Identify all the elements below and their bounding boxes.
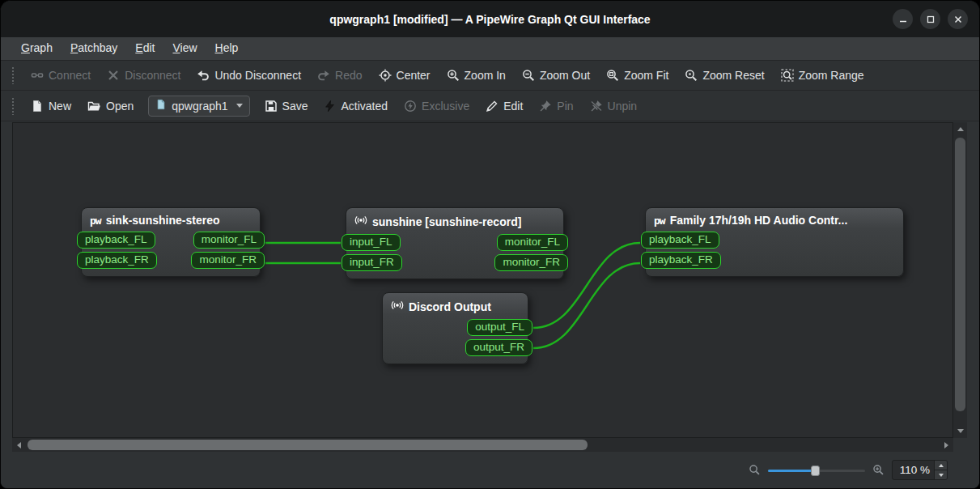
- port-output-FL[interactable]: output_FL: [467, 319, 532, 336]
- activated-button[interactable]: Activated: [316, 96, 396, 116]
- zoom-spin-down-button[interactable]: [935, 470, 947, 479]
- statusbar: 110 %: [1, 452, 979, 488]
- disconnect-icon: [107, 69, 120, 82]
- zoom-range-button[interactable]: Zoom Range: [773, 66, 872, 85]
- undo-icon: [197, 69, 210, 82]
- zoom-slider-handle[interactable]: [811, 466, 820, 476]
- node-title: Discord Output: [409, 300, 491, 313]
- horizontal-scrollbar[interactable]: [12, 438, 953, 452]
- graph-canvas[interactable]: pw sink-sunshine-stereo playback_FL play…: [12, 122, 953, 438]
- maximize-button[interactable]: [920, 9, 940, 29]
- zoom-in-small-icon[interactable]: [872, 464, 885, 476]
- node-sunshine-record[interactable]: sunshine [sunshine-record] input_FL inpu…: [346, 207, 564, 279]
- port-playback-FL[interactable]: playback_FL: [77, 232, 155, 249]
- zoom-value[interactable]: 110 %: [893, 461, 934, 479]
- menu-graph[interactable]: Graph: [12, 37, 62, 60]
- scroll-up-button[interactable]: [953, 122, 967, 136]
- port-monitor-FL[interactable]: monitor_FL: [193, 232, 265, 249]
- connect-button[interactable]: Connect: [23, 66, 99, 85]
- session-combo[interactable]: qpwgraph1: [148, 96, 249, 117]
- save-button[interactable]: Save: [257, 96, 316, 116]
- connect-label: Connect: [49, 69, 91, 82]
- menu-help[interactable]: Help: [206, 37, 248, 60]
- vertical-scroll-thumb[interactable]: [955, 138, 965, 411]
- zoom-fit-button[interactable]: Zoom Fit: [598, 66, 677, 85]
- unpin-label: Unpin: [608, 100, 638, 113]
- monitor-speaker-icon: [391, 299, 404, 314]
- zoom-fit-label: Zoom Fit: [624, 69, 668, 82]
- port-monitor-FR[interactable]: monitor_FR: [494, 254, 568, 271]
- port-output-FR[interactable]: output_FR: [465, 339, 532, 356]
- node-header: Discord Output: [383, 293, 528, 317]
- port-input-FL[interactable]: input_FL: [342, 234, 401, 251]
- port-playback-FL[interactable]: playback_FL: [641, 232, 719, 249]
- horizontal-scroll-thumb[interactable]: [28, 440, 588, 450]
- maximize-icon: [927, 15, 935, 23]
- pipewire-icon: pw: [654, 215, 665, 227]
- zoom-fit-icon: [606, 69, 619, 82]
- exclusive-label: Exclusive: [422, 100, 469, 113]
- menubar: Graph Patchbay Edit View Help: [1, 37, 979, 61]
- port-monitor-FR[interactable]: monitor_FR: [191, 252, 265, 269]
- new-button[interactable]: New: [23, 96, 79, 116]
- undo-disconnect-button[interactable]: Undo Disconnect: [189, 66, 309, 85]
- zoom-in-button[interactable]: Zoom In: [439, 66, 514, 85]
- redo-button[interactable]: Redo: [309, 66, 370, 85]
- menu-patchbay[interactable]: Patchbay: [62, 37, 126, 60]
- session-combo-value: qpwgraph1: [172, 100, 227, 113]
- zoom-slider[interactable]: [768, 465, 865, 476]
- monitor-speaker-icon: [354, 214, 367, 229]
- toolbar-drag-handle[interactable]: [11, 66, 15, 84]
- scroll-left-icon: [17, 442, 21, 449]
- port-playback-FR[interactable]: playback_FR: [77, 252, 157, 269]
- node-sink-sunshine-stereo[interactable]: pw sink-sunshine-stereo playback_FL play…: [81, 207, 261, 277]
- scroll-up-icon: [957, 127, 964, 131]
- zoom-out-small-icon[interactable]: [749, 464, 761, 476]
- zoom-spin-up-button[interactable]: [935, 461, 947, 470]
- disconnect-label: Disconnect: [125, 69, 180, 82]
- close-icon: [954, 15, 962, 23]
- disconnect-button[interactable]: Disconnect: [99, 66, 189, 85]
- open-folder-icon: [87, 100, 101, 113]
- menu-view[interactable]: View: [163, 37, 206, 60]
- center-button[interactable]: Center: [371, 66, 439, 85]
- minimize-button[interactable]: [893, 9, 913, 29]
- zoom-reset-label: Zoom Reset: [702, 69, 764, 82]
- scroll-left-button[interactable]: [12, 438, 26, 452]
- save-icon: [265, 100, 278, 113]
- zoom-spinbox[interactable]: 110 %: [892, 460, 948, 480]
- node-title: sink-sunshine-stereo: [106, 214, 220, 227]
- menu-edit[interactable]: Edit: [126, 37, 163, 60]
- edit-button[interactable]: Edit: [477, 96, 531, 116]
- scroll-down-button[interactable]: [953, 424, 967, 438]
- unpin-button[interactable]: Unpin: [582, 96, 646, 116]
- zoom-reset-button[interactable]: Zoom Reset: [677, 66, 772, 85]
- new-document-icon: [31, 100, 44, 113]
- pin-button[interactable]: Pin: [531, 96, 581, 116]
- pipewire-icon: pw: [90, 215, 101, 227]
- scroll-right-icon: [944, 442, 948, 449]
- toolbar-drag-handle[interactable]: [11, 97, 15, 115]
- redo-label: Redo: [335, 69, 362, 82]
- scroll-right-button[interactable]: [940, 438, 953, 452]
- port-playback-FR[interactable]: playback_FR: [641, 252, 721, 269]
- edit-pencil-icon: [486, 100, 498, 113]
- vertical-scroll-track[interactable]: [953, 136, 967, 424]
- open-button[interactable]: Open: [79, 96, 142, 116]
- titlebar[interactable]: qpwgraph1 [modified] — A PipeWire Graph …: [1, 1, 979, 37]
- exclusive-button[interactable]: Exclusive: [396, 96, 477, 116]
- port-input-FR[interactable]: input_FR: [342, 254, 402, 271]
- combo-caret-icon: [236, 104, 243, 108]
- redo-icon: [317, 69, 330, 82]
- graph-toolbar: Connect Disconnect Undo Disconnect Redo: [1, 61, 979, 91]
- horizontal-scroll-track[interactable]: [26, 438, 940, 452]
- zoom-out-button[interactable]: Zoom Out: [514, 66, 598, 85]
- port-monitor-FL[interactable]: monitor_FL: [497, 234, 568, 251]
- zoom-range-label: Zoom Range: [799, 69, 864, 82]
- zoom-in-label: Zoom In: [465, 69, 506, 82]
- undo-disconnect-label: Undo Disconnect: [214, 69, 301, 82]
- node-discord-output[interactable]: Discord Output output_FL output_FR: [382, 292, 528, 364]
- node-family-hd-audio[interactable]: pw Family 17h/19h HD Audio Contr... play…: [645, 207, 904, 277]
- close-button[interactable]: [948, 9, 968, 29]
- vertical-scrollbar[interactable]: [953, 122, 967, 438]
